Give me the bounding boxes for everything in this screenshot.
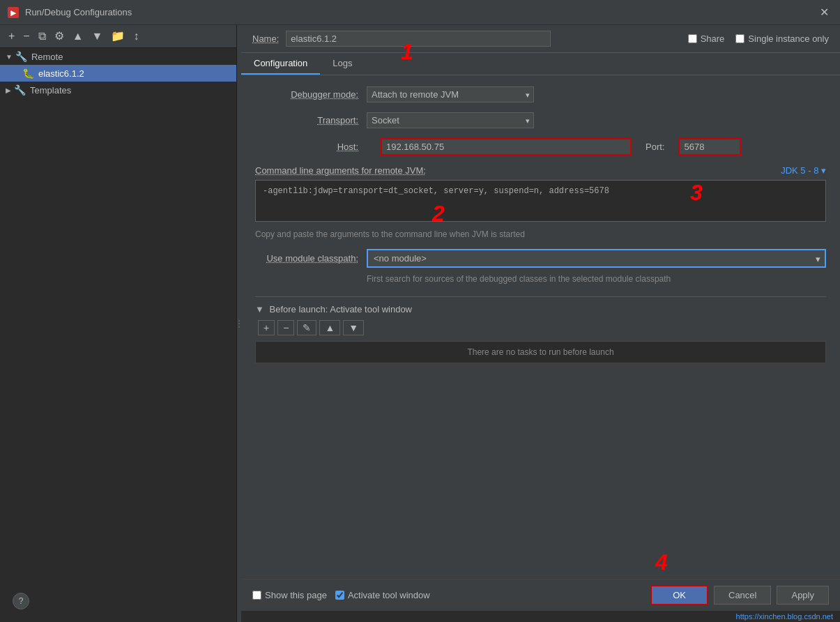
apply-button[interactable]: Apply (777, 586, 829, 605)
expand-arrow: ▼ (6, 53, 13, 61)
single-instance-checkbox-label: Single instance only (735, 33, 829, 44)
debugger-mode-label: Debugger mode: (255, 89, 367, 100)
bl-down-button[interactable]: ▼ (343, 320, 364, 335)
sidebar-toolbar: + − ⧉ ⚙ ▲ ▼ 📁 ↕ (0, 25, 236, 48)
config-panel: Debugger mode: Attach to remote JVM Tran… (241, 75, 840, 579)
share-checkbox-label: Share (688, 33, 725, 44)
bl-edit-button[interactable]: ✎ (297, 320, 316, 335)
bl-arrow: ▼ (255, 304, 266, 314)
up-config-button[interactable]: ▲ (70, 29, 86, 43)
debugger-mode-select[interactable]: Attach to remote JVM (367, 86, 534, 103)
cancel-button[interactable]: Cancel (714, 586, 771, 605)
name-label: Name: (252, 33, 279, 44)
templates-label: Templates (30, 85, 71, 96)
before-launch-section: ▼ Before launch: Activate tool window + … (255, 296, 826, 363)
bottom-right: OK Cancel Apply (650, 585, 829, 605)
settings-config-button[interactable]: ⚙ (52, 29, 67, 43)
window-title: Run/Debug Configurations (25, 7, 816, 17)
options-group: Share Single instance only (688, 33, 829, 44)
footer-link: https://xinchen.blog.csdn.net (736, 612, 833, 621)
window-icon: ▶ (7, 6, 20, 19)
close-button[interactable]: ✕ (816, 4, 833, 20)
right-panel: Name: Share Single instance only (241, 25, 840, 622)
templates-icon: 🔧 (14, 84, 26, 96)
port-label: Port: (646, 142, 664, 152)
name-input[interactable] (286, 31, 551, 47)
debugger-mode-select-wrapper: Attach to remote JVM (367, 86, 534, 103)
copy-config-button[interactable]: ⧉ (36, 29, 49, 43)
cmd-hint: Copy and paste the arguments to the comm… (255, 229, 826, 239)
add-config-button[interactable]: + (6, 29, 17, 43)
module-select-wrapper: <no module> (367, 249, 826, 268)
templates-arrow: ▶ (6, 86, 11, 94)
port-input[interactable] (678, 138, 741, 156)
transport-select[interactable]: Socket (367, 112, 534, 128)
config-tabs: Configuration Logs (241, 53, 840, 75)
sidebar-item-templates[interactable]: ▶ 🔧 Templates (0, 82, 236, 98)
module-select[interactable]: <no module> (367, 249, 826, 268)
bottom-bar: Show this page Activate tool window OK C… (241, 579, 840, 611)
bl-up-button[interactable]: ▲ (319, 320, 340, 335)
host-port-row: Host: Port: (255, 138, 826, 156)
elastic-icon: 🐛 (22, 68, 34, 79)
elastic-label: elastic6.1.2 (38, 68, 84, 79)
transport-select-wrapper: Socket (367, 112, 534, 128)
cmd-header: Command line arguments for remote JVM: J… (255, 165, 826, 176)
module-label: Use module classpath: (255, 253, 367, 264)
no-tasks-label: There are no tasks to run before launch (255, 341, 826, 363)
sidebar: + − ⧉ ⚙ ▲ ▼ 📁 ↕ ▼ 🔧 Remote (0, 25, 237, 622)
jdk-link[interactable]: JDK 5 - 8 ▾ (781, 165, 826, 176)
sort-config-button[interactable]: ↕ (130, 29, 142, 43)
debugger-mode-row: Debugger mode: Attach to remote JVM (255, 86, 826, 103)
sidebar-item-remote[interactable]: ▼ 🔧 Remote (0, 48, 236, 65)
transport-row: Transport: Socket (255, 112, 826, 128)
footer-link-bar: https://xinchen.blog.csdn.net (241, 611, 840, 622)
cmd-textarea[interactable]: -agentlib:jdwp=transport=dt_socket, serv… (255, 180, 826, 222)
cmd-label: Command line arguments for remote JVM: (255, 165, 426, 176)
host-label: Host: (255, 142, 367, 152)
cmd-section: Command line arguments for remote JVM: J… (255, 165, 826, 224)
activate-window-checkbox[interactable] (335, 591, 344, 600)
folder-config-button[interactable]: 📁 (108, 29, 128, 43)
tab-logs[interactable]: Logs (320, 53, 365, 75)
bottom-left: Show this page Activate tool window (252, 590, 430, 600)
svg-text:▶: ▶ (10, 8, 17, 17)
down-config-button[interactable]: ▼ (89, 29, 106, 43)
before-launch-label: ▼ Before launch: Activate tool window (255, 304, 412, 314)
share-checkbox[interactable] (688, 34, 697, 43)
transport-label: Transport: (255, 115, 367, 126)
tab-configuration[interactable]: Configuration (241, 53, 320, 75)
ok-button[interactable]: OK (650, 585, 708, 605)
host-input[interactable] (381, 138, 632, 156)
module-row: Use module classpath: <no module> (255, 249, 826, 268)
remote-icon: 🔧 (15, 51, 27, 62)
show-page-checkbox[interactable] (252, 591, 261, 600)
sidebar-item-elastic[interactable]: 🐛 elastic6.1.2 (0, 65, 236, 82)
remote-label: Remote (31, 52, 63, 62)
before-launch-header: ▼ Before launch: Activate tool window (255, 304, 826, 314)
single-instance-checkbox[interactable] (735, 34, 744, 43)
bl-remove-button[interactable]: − (277, 320, 294, 335)
before-launch-toolbar: + − ✎ ▲ ▼ (255, 320, 826, 335)
title-bar: ▶ Run/Debug Configurations ✕ (0, 0, 840, 25)
activate-window-label: Activate tool window (335, 590, 430, 600)
bl-add-button[interactable]: + (258, 320, 275, 335)
remove-config-button[interactable]: − (20, 29, 32, 43)
help-button[interactable]: ? (13, 593, 29, 609)
module-hint: First search for sources of the debugged… (367, 273, 826, 285)
name-bar: Name: Share Single instance only (241, 25, 840, 53)
show-page-label: Show this page (252, 590, 327, 600)
config-tree: ▼ 🔧 Remote 🐛 elastic6.1.2 ▶ 🔧 Templates (0, 48, 236, 622)
